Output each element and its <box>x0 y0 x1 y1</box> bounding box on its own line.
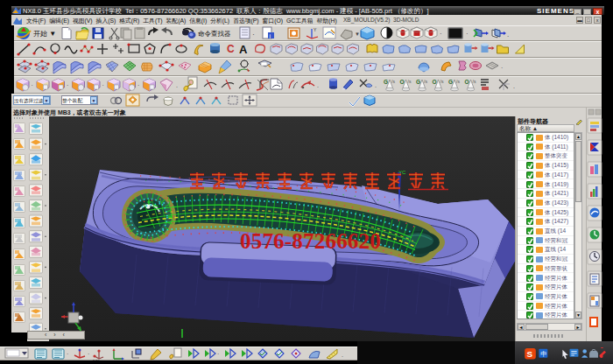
svg-text:A: A <box>239 43 248 56</box>
svg-text:·: · <box>32 82 33 88</box>
svg-text:/s: /s <box>391 79 395 84</box>
svg-text:.: . <box>176 82 178 88</box>
svg-text:·: · <box>67 351 68 357</box>
svg-text:·: · <box>252 30 255 38</box>
svg-text:·: · <box>466 30 469 38</box>
svg-text:中: 中 <box>540 350 546 358</box>
svg-text:G: G <box>384 79 388 85</box>
svg-text:O: O <box>433 79 437 85</box>
svg-text:G: G <box>448 79 453 85</box>
svg-text:命令查找器: 命令查找器 <box>198 30 231 38</box>
svg-text:NAE: NAE <box>93 359 101 360</box>
svg-text:·: · <box>88 351 89 357</box>
svg-text:·: · <box>217 351 219 357</box>
svg-text:S: S <box>526 349 532 359</box>
svg-text:G: G <box>416 79 420 85</box>
svg-text:.: . <box>317 82 319 88</box>
svg-text:·: · <box>137 82 139 88</box>
svg-text:·: · <box>501 65 503 71</box>
svg-text:Y: Y <box>314 27 317 32</box>
svg-text:C: C <box>227 43 235 55</box>
svg-text:开始 ▼: 开始 ▼ <box>33 30 56 38</box>
svg-text:▼: ▼ <box>355 32 360 37</box>
svg-text:·: · <box>102 82 104 88</box>
svg-text:·: · <box>440 30 442 38</box>
svg-text:·: · <box>67 82 68 88</box>
svg-text:/s: /s <box>456 79 460 84</box>
svg-text:/s: /s <box>440 79 444 84</box>
svg-text:/s: /s <box>424 79 427 84</box>
svg-text:.: . <box>375 82 377 88</box>
svg-text:O: O <box>465 79 469 85</box>
svg-text:/s: /s <box>473 79 476 84</box>
svg-text:.: . <box>513 83 515 89</box>
svg-text:O: O <box>400 79 405 85</box>
svg-text:.: . <box>342 352 343 358</box>
svg-text:.: . <box>507 31 509 38</box>
svg-text:/s: /s <box>408 79 412 84</box>
